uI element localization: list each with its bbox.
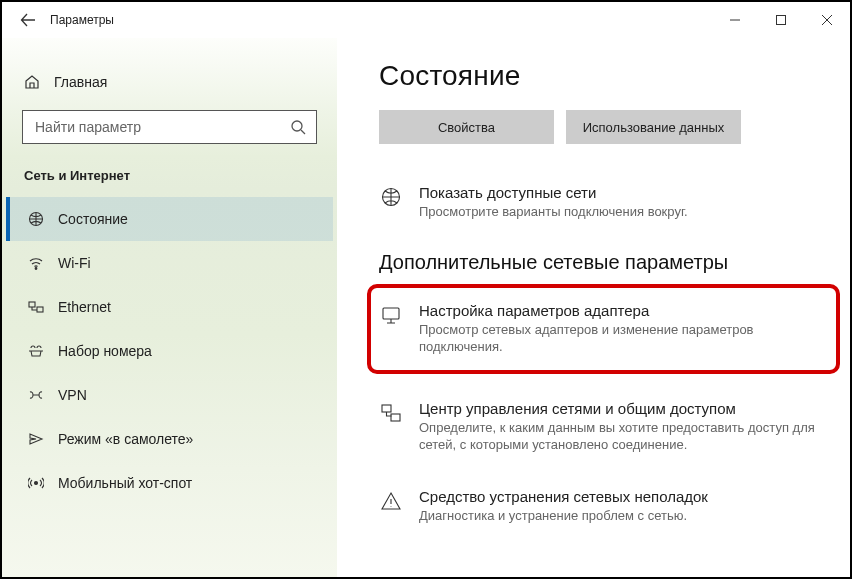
search-input[interactable]	[35, 119, 288, 135]
svg-point-1	[292, 121, 302, 131]
link-title: Настройка параметров адаптера	[419, 302, 822, 319]
svg-rect-8	[383, 308, 399, 319]
link-title: Средство устранения сетевых неполадок	[419, 488, 708, 505]
link-desc: Определите, к каким данным вы хотите пре…	[419, 419, 826, 454]
sidebar-item-label: VPN	[58, 387, 87, 403]
highlighted-item: Настройка параметров адаптера Просмотр с…	[367, 284, 840, 374]
sidebar-item-status[interactable]: Состояние	[6, 197, 333, 241]
svg-rect-10	[391, 414, 400, 421]
network-globe-icon	[379, 184, 403, 221]
sidebar-home[interactable]: Главная	[6, 64, 333, 100]
properties-button[interactable]: Свойства	[379, 110, 554, 144]
sidebar-item-vpn[interactable]: VPN	[6, 373, 333, 417]
close-button[interactable]	[804, 2, 850, 38]
link-desc: Просмотр сетевых адаптеров и изменение п…	[419, 321, 822, 356]
airplane-icon	[28, 431, 44, 447]
svg-point-6	[35, 482, 38, 485]
sidebar-item-ethernet[interactable]: Ethernet	[6, 285, 333, 329]
page-title: Состояние	[379, 60, 826, 92]
sidebar-item-label: Ethernet	[58, 299, 111, 315]
sidebar-item-label: Набор номера	[58, 343, 152, 359]
dialup-icon	[28, 343, 44, 359]
wifi-icon	[28, 255, 44, 271]
back-arrow-icon	[20, 12, 36, 28]
sidebar-item-airplane[interactable]: Режим «в самолете»	[6, 417, 333, 461]
sidebar-home-label: Главная	[54, 74, 107, 90]
close-icon	[822, 15, 832, 25]
warning-icon	[379, 488, 403, 525]
home-icon	[24, 74, 40, 90]
ethernet-icon	[28, 299, 44, 315]
network-troubleshooter-link[interactable]: Средство устранения сетевых неполадок Ди…	[379, 484, 826, 529]
hotspot-icon	[28, 475, 44, 491]
network-sharing-center-link[interactable]: Центр управления сетями и общим доступом…	[379, 396, 826, 458]
adapter-icon	[379, 302, 403, 356]
sidebar-section-label: Сеть и Интернет	[6, 168, 333, 197]
minimize-icon	[730, 15, 740, 25]
window-title: Параметры	[50, 13, 114, 27]
sidebar: Главная Сеть и Интернет Состояние Wi-Fi …	[2, 38, 337, 577]
maximize-button[interactable]	[758, 2, 804, 38]
link-title: Центр управления сетями и общим доступом	[419, 400, 826, 417]
show-available-networks-link[interactable]: Показать доступные сети Просмотрите вари…	[379, 180, 826, 225]
sidebar-item-label: Состояние	[58, 211, 128, 227]
back-button[interactable]	[6, 2, 50, 38]
vpn-icon	[28, 387, 44, 403]
search-field[interactable]	[22, 110, 317, 144]
svg-rect-9	[382, 405, 391, 412]
sidebar-item-wifi[interactable]: Wi-Fi	[6, 241, 333, 285]
adapter-settings-link[interactable]: Настройка параметров адаптера Просмотр с…	[379, 298, 822, 360]
svg-rect-4	[29, 302, 35, 307]
section-subheading: Дополнительные сетевые параметры	[379, 251, 826, 274]
link-title: Показать доступные сети	[419, 184, 688, 201]
sidebar-item-dialup[interactable]: Набор номера	[6, 329, 333, 373]
link-desc: Просмотрите варианты подключения вокруг.	[419, 203, 688, 221]
main-content: Состояние Свойства Использование данных …	[337, 38, 850, 577]
svg-point-3	[35, 268, 37, 270]
link-desc: Диагностика и устранение проблем с сетью…	[419, 507, 708, 525]
sharing-center-icon	[379, 400, 403, 454]
svg-rect-0	[777, 16, 786, 25]
search-icon	[288, 119, 308, 135]
titlebar: Параметры	[2, 2, 850, 38]
svg-rect-5	[37, 307, 43, 312]
sidebar-item-label: Wi-Fi	[58, 255, 91, 271]
globe-icon	[28, 211, 44, 227]
sidebar-item-hotspot[interactable]: Мобильный хот-спот	[6, 461, 333, 505]
sidebar-item-label: Режим «в самолете»	[58, 431, 193, 447]
sidebar-item-label: Мобильный хот-спот	[58, 475, 192, 491]
data-usage-button[interactable]: Использование данных	[566, 110, 741, 144]
minimize-button[interactable]	[712, 2, 758, 38]
maximize-icon	[776, 15, 786, 25]
